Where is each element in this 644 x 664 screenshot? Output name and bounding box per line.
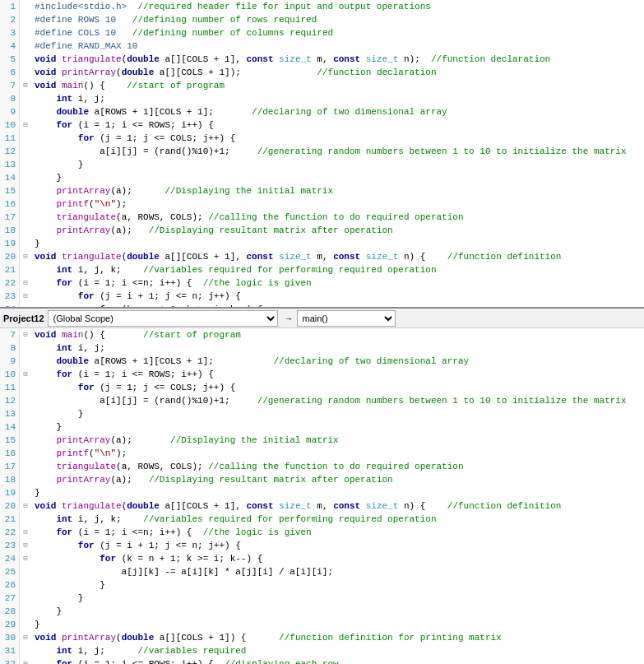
line-content: printArray(a); //Displaying resultant ma…	[31, 473, 644, 486]
fold-icon[interactable]: ⊟	[20, 303, 31, 309]
fold-icon[interactable]: ⊟	[20, 539, 31, 552]
line-number: 14	[0, 171, 20, 184]
line-number: 21	[0, 263, 20, 276]
line-number: 16	[0, 447, 20, 460]
fold-icon[interactable]: ⊟	[20, 250, 31, 263]
table-row: 9 double a[ROWS + 1][COLS + 1]; //declar…	[0, 105, 644, 118]
line-content: for (i = 1; i <=n; i++) { //the logic is…	[31, 276, 644, 290]
line-number: 31	[0, 644, 20, 657]
line-content: }	[31, 592, 644, 605]
table-row: 17 triangulate(a, ROWS, COLS); //calling…	[0, 211, 644, 224]
line-number: 4	[0, 39, 20, 53]
table-row: 30⊟void printArray(double a[][COLS + 1])…	[0, 631, 644, 644]
line-number: 24	[0, 303, 20, 309]
line-content: double a[ROWS + 1][COLS + 1]; //declarin…	[31, 105, 644, 118]
line-number: 23	[0, 539, 20, 552]
table-row: 29}	[0, 618, 644, 631]
table-row: 18 printArray(a); //Displaying resultant…	[0, 473, 644, 486]
top-panel: 1#include<stdio.h> //required header fil…	[0, 0, 644, 309]
line-content: #include<stdio.h> //required header file…	[31, 0, 644, 13]
table-row: 15 printArray(a); //Displaying the initi…	[0, 184, 644, 197]
line-number: 14	[0, 420, 20, 434]
line-number: 25	[0, 565, 20, 578]
line-number: 8	[0, 341, 20, 355]
table-row: 32⊟ for (i = 1; i <= ROWS; i++) { //disp…	[0, 657, 644, 664]
fold-icon[interactable]: ⊟	[20, 552, 31, 565]
line-content: #define RAND_MAX 10	[31, 39, 644, 53]
table-row: 28 }	[0, 605, 644, 618]
line-content: printArray(a); //Displaying the initial …	[31, 184, 644, 197]
fold-icon[interactable]: ⊟	[20, 368, 31, 381]
line-number: 21	[0, 513, 20, 526]
table-row: 27 }	[0, 592, 644, 605]
line-number: 28	[0, 605, 20, 618]
line-content: void triangulate(double a[][COLS + 1], c…	[31, 53, 644, 66]
table-row: 3#define COLS 10 //defining number of co…	[0, 26, 644, 39]
line-content: void main() { //start of program	[31, 328, 644, 341]
table-row: 10⊟ for (i = 1; i <= ROWS; i++) {	[0, 368, 644, 381]
line-number: 13	[0, 407, 20, 420]
line-content: for (i = 1; i <= ROWS; i++) { //displayi…	[31, 657, 644, 664]
table-row: 22⊟ for (i = 1; i <=n; i++) { //the logi…	[0, 276, 644, 290]
line-number: 15	[0, 434, 20, 447]
table-row: 20⊟void triangulate(double a[][COLS + 1]…	[0, 499, 644, 513]
fold-icon[interactable]: ⊟	[20, 657, 31, 664]
bottom-code-lines: 7⊟void main() { //start of program8 int …	[0, 328, 644, 664]
table-row: 12 a[i][j] = (rand()%10)+1; //generating…	[0, 145, 644, 158]
table-row: 31 int i, j; //variables required	[0, 644, 644, 657]
scope-select[interactable]: (Global Scope)	[48, 310, 278, 327]
line-number: 16	[0, 197, 20, 211]
table-row: 23⊟ for (j = i + 1; j <= n; j++) {	[0, 290, 644, 303]
line-number: 29	[0, 618, 20, 631]
fold-icon[interactable]: ⊟	[20, 526, 31, 539]
line-content: void main() { //start of program	[31, 79, 644, 92]
line-number: 2	[0, 13, 20, 26]
table-row: 21 int i, j, k; //variables required for…	[0, 263, 644, 276]
fold-icon[interactable]: ⊟	[20, 276, 31, 290]
line-content: for (j = i + 1; j <= n; j++) {	[31, 290, 644, 303]
line-number: 9	[0, 105, 20, 118]
line-number: 13	[0, 158, 20, 171]
line-content: int i, j, k; //variables required for pe…	[31, 513, 644, 526]
table-row: 19}	[0, 237, 644, 250]
line-content: printf("\n");	[31, 447, 644, 460]
line-content: #define ROWS 10 //defining number of row…	[31, 13, 644, 26]
line-content: }	[31, 420, 644, 434]
fold-icon[interactable]: ⊟	[20, 290, 31, 303]
line-number: 17	[0, 211, 20, 224]
table-row: 9 double a[ROWS + 1][COLS + 1]; //declar…	[0, 355, 644, 368]
line-content: triangulate(a, ROWS, COLS); //calling th…	[31, 460, 644, 473]
table-row: 14 }	[0, 171, 644, 184]
function-select[interactable]: main()	[297, 310, 396, 327]
line-content: printArray(a); //Displaying the initial …	[31, 434, 644, 447]
bottom-toolbar[interactable]: Project12 (Global Scope) → main()	[0, 309, 644, 328]
line-number: 19	[0, 486, 20, 499]
table-row: 13 }	[0, 158, 644, 171]
line-content: for (i = 1; i <= ROWS; i++) {	[31, 118, 644, 132]
table-row: 16 printf("\n");	[0, 197, 644, 211]
line-content: triangulate(a, ROWS, COLS); //calling th…	[31, 211, 644, 224]
fold-icon[interactable]: ⊟	[20, 631, 31, 644]
table-row: 10⊟ for (i = 1; i <= ROWS; i++) {	[0, 118, 644, 132]
line-content: double a[ROWS + 1][COLS + 1]; //declarin…	[31, 355, 644, 368]
line-number: 7	[0, 328, 20, 341]
table-row: 20⊟void triangulate(double a[][COLS + 1]…	[0, 250, 644, 263]
line-number: 22	[0, 276, 20, 290]
fold-icon[interactable]: ⊟	[20, 328, 31, 341]
fold-icon[interactable]: ⊟	[20, 79, 31, 92]
table-row: 11 for (j = 1; j <= COLS; j++) {	[0, 132, 644, 145]
table-row: 1#include<stdio.h> //required header fil…	[0, 0, 644, 13]
table-row: 14 }	[0, 420, 644, 434]
line-content: int i, j; //variables required	[31, 644, 644, 657]
line-number: 6	[0, 66, 20, 79]
line-number: 9	[0, 355, 20, 368]
table-row: 26 }	[0, 578, 644, 592]
line-content: }	[31, 486, 644, 499]
fold-icon[interactable]: ⊟	[20, 499, 31, 513]
top-code-lines: 1#include<stdio.h> //required header fil…	[0, 0, 644, 309]
line-number: 11	[0, 132, 20, 145]
line-content: }	[31, 158, 644, 171]
fold-icon[interactable]: ⊟	[20, 118, 31, 132]
line-number: 8	[0, 92, 20, 105]
line-content: a[i][j] = (rand()%10)+1; //generating ra…	[31, 145, 644, 158]
